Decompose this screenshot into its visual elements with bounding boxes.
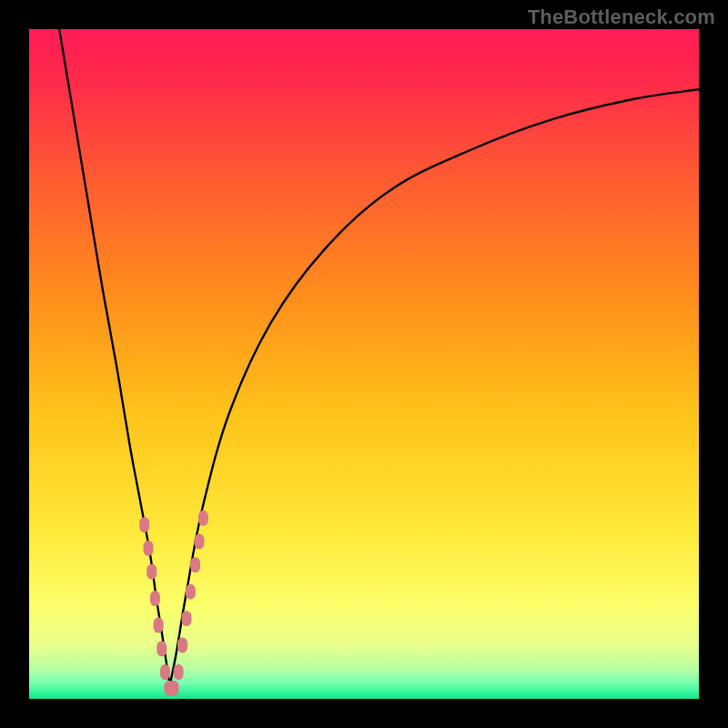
valley-point <box>194 534 204 550</box>
valley-point <box>174 664 184 680</box>
valley-point <box>154 618 164 633</box>
watermark-text: TheBottleneck.com <box>528 5 715 29</box>
valley-point <box>168 681 178 696</box>
valley-point <box>186 584 196 600</box>
valley-point <box>139 517 149 532</box>
curve-right-branch <box>170 89 699 685</box>
valley-point <box>150 591 160 606</box>
valley-point <box>144 541 154 556</box>
valley-point <box>198 511 208 526</box>
valley-point <box>177 638 187 653</box>
valley-point <box>181 611 191 626</box>
valley-point <box>147 564 157 580</box>
curve-layer <box>29 29 699 699</box>
valley-point <box>157 641 167 656</box>
valley-point <box>190 557 200 572</box>
valley-point <box>160 664 170 680</box>
curve-left-branch <box>59 29 169 685</box>
plot-area <box>29 29 699 699</box>
